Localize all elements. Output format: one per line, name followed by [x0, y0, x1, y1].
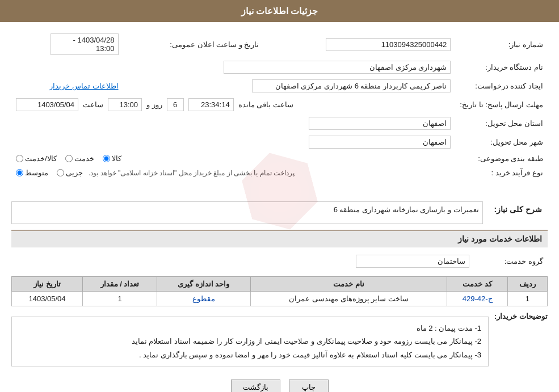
goroh-value: ساختمان	[356, 255, 469, 268]
tawzihat-line-2: 2- پیمانکار می بایست رزومه خود و صلاحیت …	[19, 335, 481, 348]
tawzihat-line-3: 3- پیمانکار می بایست کلیه اسناد استعلام …	[19, 348, 481, 361]
nam-dastgah-value: شهرداری مرکزی اصفهان	[224, 61, 451, 74]
col-vahed: واحد اندازه گیری	[157, 277, 250, 292]
radio-mottavesat-input[interactable]	[16, 169, 23, 176]
col-radif: ردیف	[507, 277, 547, 292]
tabaqeh-value-cell: کالا/خدمت خدمت کالا	[11, 151, 455, 166]
ejad-konande-value: ناصر کریمی کاربردار منطقه 6 شهرداری مرکز…	[252, 79, 451, 92]
radio-khedmat-label: خدمت	[74, 154, 94, 163]
goroh-label: گروه خدمت:	[474, 252, 548, 271]
service-table-header-row: ردیف کد خدمت نام خدمت واحد اندازه گیری ت…	[12, 277, 548, 292]
taarikh-elan-label: تاریخ و ساعت اعلان عمومی:	[170, 40, 259, 49]
cell-vahed: مقطوع	[157, 292, 250, 306]
shomare-niaz-value: 1103094325000442	[326, 38, 451, 51]
tawzihat-section: توضیحات خریدار: 1- مدت پیمان : 2 ماه 2- …	[11, 312, 548, 371]
taarikh-elan-value-cell: 1403/04/28 - 13:00	[11, 31, 123, 58]
radio-jozii-input[interactable]	[57, 169, 64, 176]
etelaatTamas-link[interactable]: اطلاعات تماس خریدار	[49, 82, 118, 90]
radio-jozii[interactable]: جزیی	[57, 168, 83, 177]
page-header: جزئیات اطلاعات نیاز	[0, 0, 559, 22]
etelaatTamas-cell: اطلاعات تماس خریدار	[11, 77, 123, 95]
shomare-niaz-label: شماره نیاز:	[455, 31, 548, 58]
page-title: جزئیات اطلاعات نیاز	[241, 6, 318, 16]
tabaqeh-label: طبقه بندی موضوعی:	[455, 151, 548, 166]
mohlat-saat-mande-label: ساعت باقی مانده	[238, 100, 293, 109]
service-table-head: ردیف کد خدمت نام خدمت واحد اندازه گیری ت…	[12, 277, 548, 292]
row-noe-farayand: نوع فرآیند خرید : متوسط جزیی	[11, 166, 548, 180]
watermark-area	[11, 186, 548, 197]
radio-kala-khedmat[interactable]: کالا/خدمت	[16, 154, 57, 163]
mohlat-value-cell: 1403/05/04 ساعت 13:00 روز و 6 23:34:14 س…	[11, 95, 455, 114]
row-ostan: استان محل تحویل: اصفهان	[11, 114, 548, 133]
bazgasht-button[interactable]: بازگشت	[231, 380, 280, 392]
radio-kala-input[interactable]	[103, 155, 110, 162]
farayand-radio-group: متوسط جزیی	[16, 168, 83, 177]
tawzihat-content: 1- مدت پیمان : 2 ماه 2- پیمانکار می بایس…	[11, 317, 489, 366]
row-shahr: شهر محل تحویل: اصفهان	[11, 133, 548, 151]
radio-khedmat[interactable]: خدمت	[65, 154, 94, 163]
sharh-value: تعمیرات و بازسازی نمازخانه شهرداری منطقه…	[11, 201, 483, 224]
nam-dastgah-label: نام دستگاه خریدار:	[455, 58, 548, 77]
tawzihat-title: توضیحات خریدار:	[494, 312, 548, 321]
goroh-table: گروه خدمت: ساختمان	[11, 252, 548, 271]
shahr-value: اصفهان	[309, 136, 451, 149]
shahr-value-cell: اصفهان	[11, 133, 455, 151]
table-row: 1 ج-42-429 ساخت سایر پروژه‌های مهندسی عم…	[12, 292, 548, 306]
goroh-value-cell: ساختمان	[11, 252, 474, 271]
tabaqeh-radio-group: کالا/خدمت خدمت کالا	[16, 154, 451, 163]
radio-kala[interactable]: کالا	[103, 154, 121, 163]
page-wrapper: جزئیات اطلاعات نیاز شماره نیاز: 11030943…	[0, 0, 559, 392]
content-area: شماره نیاز: 1103094325000442 تاریخ و ساع…	[0, 22, 559, 392]
tawzihat-line-1: 1- مدت پیمان : 2 ماه	[19, 322, 481, 335]
mohlat-roz-value: 6	[167, 98, 184, 111]
nam-dastgah-value-cell: شهرداری مرکزی اصفهان	[11, 58, 455, 77]
noe-farayand-label: نوع فرآیند خرید :	[455, 166, 548, 180]
noe-farayand-note: پرداخت تمام یا بخشی از مبلغ خریداز محل "…	[89, 169, 295, 177]
cell-radif: 1	[507, 292, 547, 306]
taarikh-elan-value: 1403/04/28 - 13:00	[51, 33, 119, 55]
row-shomare-taarikh: شماره نیاز: 1103094325000442 تاریخ و ساع…	[11, 31, 548, 58]
ostan-value: اصفهان	[309, 117, 451, 130]
row-tabaqeh: طبقه بندی موضوعی: کالا/خدمت خدمت کالا	[11, 151, 548, 166]
main-info-table: شماره نیاز: 1103094325000442 تاریخ و ساع…	[11, 31, 548, 180]
radio-jozii-label: جزیی	[66, 168, 83, 177]
cell-kod: ج-42-429	[447, 292, 507, 306]
khadamat-section-title: اطلاعات خدمات مورد نیاز	[11, 230, 548, 247]
ejad-konande-value-cell: ناصر کریمی کاربردار منطقه 6 شهرداری مرکز…	[123, 77, 456, 95]
col-nam: نام خدمت	[250, 277, 447, 292]
sharh-section: شرح کلی نیاز: تعمیرات و بازسازی نمازخانه…	[11, 201, 548, 224]
mohlat-date-value: 1403/05/04	[16, 98, 78, 111]
ejad-konande-label: ایجاد کننده درخواست:	[455, 77, 548, 95]
goroh-row: گروه خدمت: ساختمان	[11, 252, 548, 271]
mohlat-roz-label: روز و	[146, 100, 162, 109]
radio-mottavesat[interactable]: متوسط	[16, 168, 48, 177]
radio-kala-khedmat-label: کالا/خدمت	[25, 154, 57, 163]
mohlat-label: مهلت ارسال پاسخ: تا تاریخ:	[455, 95, 548, 114]
chap-button[interactable]: چاپ	[289, 380, 329, 392]
shomare-niaz-value-cell: 1103094325000442	[263, 31, 455, 58]
col-tarikh: تاریخ نیاز	[12, 277, 83, 292]
mohlat-saat-value: 13:00	[108, 98, 142, 111]
noe-farayand-value-cell: متوسط جزیی پرداخت تمام یا بخشی از مبلغ خ…	[11, 166, 455, 180]
taarikh-elan-label-cell: تاریخ و ساعت اعلان عمومی:	[123, 31, 264, 58]
row-ejad-konande: ایجاد کننده درخواست: ناصر کریمی کاربردار…	[11, 77, 548, 95]
cell-tedad: 1	[83, 292, 157, 306]
row-nam-dastgah: نام دستگاه خریدار: شهرداری مرکزی اصفهان	[11, 58, 548, 77]
mohlat-saat-label: ساعت	[83, 100, 103, 109]
shahr-label: شهر محل تحویل:	[455, 133, 548, 151]
col-kod: کد خدمت	[447, 277, 507, 292]
row-mohlat: مهلت ارسال پاسخ: تا تاریخ: 1403/05/04 سا…	[11, 95, 548, 114]
radio-mottavesat-label: متوسط	[25, 168, 48, 177]
buttons-row: چاپ بازگشت	[11, 380, 548, 392]
cell-nam: ساخت سایر پروژه‌های مهندسی عمران	[250, 292, 447, 306]
col-tedad: تعداد / مقدار	[83, 277, 157, 292]
ostan-value-cell: اصفهان	[11, 114, 455, 133]
mohlat-countdown-value: 23:34:14	[188, 98, 234, 111]
radio-khedmat-input[interactable]	[65, 155, 73, 162]
radio-kala-khedmat-input[interactable]	[16, 155, 23, 162]
cell-tarikh: 1403/05/04	[12, 292, 83, 306]
radio-kala-label: کالا	[112, 154, 121, 163]
sharh-title: شرح کلی نیاز:	[489, 201, 548, 217]
service-table: ردیف کد خدمت نام خدمت واحد اندازه گیری ت…	[11, 276, 548, 306]
ostan-label: استان محل تحویل:	[455, 114, 548, 133]
